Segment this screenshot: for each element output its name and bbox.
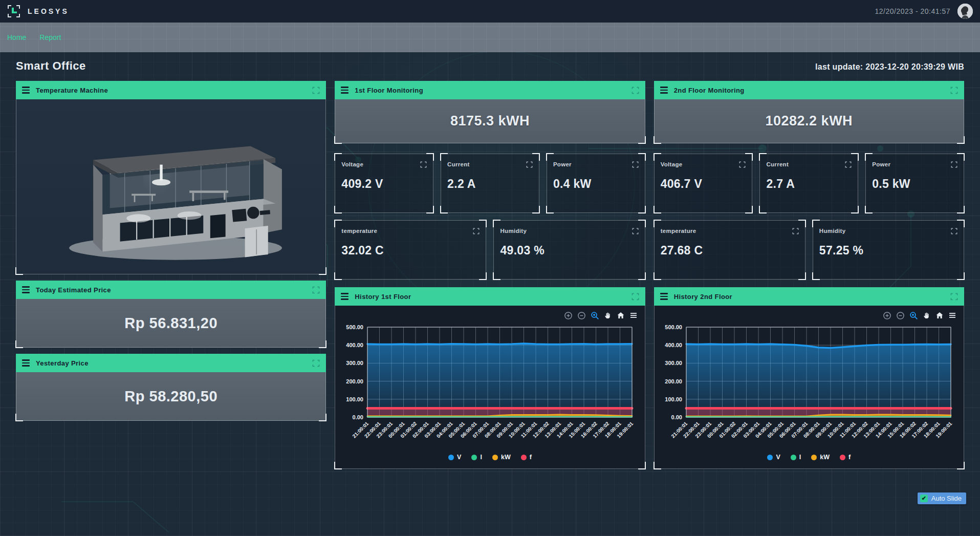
stat-label: Current	[447, 161, 470, 167]
user-avatar[interactable]	[957, 4, 973, 19]
svg-text:400.00: 400.00	[665, 342, 683, 348]
legend-dot	[791, 455, 796, 460]
legend-item-kW[interactable]: kW	[492, 454, 511, 461]
fullscreen-icon[interactable]	[845, 161, 852, 168]
chart-toolbar	[660, 309, 959, 322]
panel-history-second-floor: History 2nd Floor 0.00100.00200.00300	[654, 287, 964, 469]
fullscreen-icon[interactable]	[792, 228, 799, 234]
selection-zoom-icon[interactable]	[591, 311, 599, 320]
stat-value: 409.2 V	[341, 177, 427, 191]
legend-item-kW[interactable]: kW	[811, 454, 830, 461]
panel-title: 1st Floor Monitoring	[355, 87, 423, 94]
stat-card-voltage: Voltage 409.2 V	[335, 154, 433, 213]
column-first-floor: 1st Floor Monitoring 8175.3 kWH Voltage …	[335, 81, 645, 469]
selection-zoom-icon[interactable]	[909, 311, 918, 320]
fullscreen-icon[interactable]	[631, 293, 639, 301]
svg-text:100.00: 100.00	[665, 396, 683, 402]
column-left: Temperature Machine	[16, 81, 326, 421]
legend-item-I[interactable]: I	[791, 454, 801, 461]
drag-handle-icon[interactable]	[660, 293, 668, 300]
leosys-logo-icon	[7, 5, 20, 18]
auto-slide-toggle[interactable]: ✔ Auto Slide	[918, 492, 966, 504]
fullscreen-icon[interactable]	[950, 87, 958, 94]
drag-handle-icon[interactable]	[22, 87, 30, 94]
home-icon[interactable]	[935, 311, 944, 319]
chart-menu-icon[interactable]	[948, 311, 956, 319]
stat-label: Voltage	[661, 161, 683, 167]
panel-temperature-machine: Temperature Machine	[16, 81, 326, 274]
drag-handle-icon[interactable]	[22, 359, 30, 367]
drag-handle-icon[interactable]	[660, 87, 668, 94]
stat-label: Humidity	[500, 228, 527, 234]
stat-value: 0.5 kW	[872, 177, 957, 191]
column-second-floor: 2nd Floor Monitoring 10282.2 kWH Voltage…	[654, 81, 964, 469]
svg-text:400.00: 400.00	[346, 342, 363, 348]
main-navigation: Home Report	[0, 23, 980, 52]
zoom-in-icon[interactable]	[883, 311, 891, 320]
chart-toolbar	[340, 309, 639, 322]
nav-item-report[interactable]: Report	[39, 33, 61, 41]
stat-card-power: Power 0.5 kW	[865, 154, 964, 213]
panel-yesterday-price: Yesterday Price Rp 58.280,50	[16, 354, 326, 421]
drag-handle-icon[interactable]	[341, 293, 349, 300]
fullscreen-icon[interactable]	[632, 161, 639, 168]
fullscreen-icon[interactable]	[473, 228, 480, 234]
stat-card-temperature: temperature 27.68 C	[654, 220, 805, 280]
drag-handle-icon[interactable]	[341, 87, 349, 94]
stat-value: 32.02 C	[341, 244, 480, 258]
drag-handle-icon[interactable]	[22, 286, 30, 293]
fullscreen-icon[interactable]	[312, 286, 320, 294]
pan-icon[interactable]	[604, 311, 612, 319]
chart-menu-icon[interactable]	[629, 311, 638, 319]
legend-dot	[767, 455, 773, 460]
home-icon[interactable]	[617, 311, 625, 319]
history-second-floor-chart[interactable]: 0.00100.00200.00300.00400.00500.0021:00:…	[662, 322, 956, 451]
svg-text:200.00: 200.00	[665, 378, 683, 384]
legend-item-V[interactable]: V	[448, 454, 461, 461]
zoom-out-icon[interactable]	[577, 311, 586, 320]
legend-dot	[840, 455, 845, 460]
auto-slide-checkbox[interactable]: ✔	[920, 495, 928, 502]
panel-title: History 1st Floor	[355, 293, 411, 301]
panel-today-price: Today Estimated Price Rp 56.831,20	[16, 281, 326, 348]
zoom-in-icon[interactable]	[564, 311, 573, 320]
fullscreen-icon[interactable]	[632, 228, 639, 234]
legend-label: V	[457, 454, 461, 461]
panel-title: History 2nd Floor	[674, 293, 732, 301]
fullscreen-icon[interactable]	[951, 161, 957, 168]
fullscreen-icon[interactable]	[420, 161, 427, 168]
stat-value: 49.03 %	[500, 244, 638, 258]
panel-title: Yesterday Price	[36, 359, 89, 367]
fullscreen-icon[interactable]	[312, 87, 320, 94]
fullscreen-icon[interactable]	[951, 228, 957, 234]
fullscreen-icon[interactable]	[312, 359, 320, 367]
page-title: Smart Office	[16, 59, 86, 73]
zoom-out-icon[interactable]	[896, 311, 905, 320]
dashboard-main: Smart Office last update: 2023-12-20 20:…	[0, 52, 980, 469]
legend-label: kW	[820, 454, 830, 461]
fullscreen-icon[interactable]	[739, 161, 746, 168]
legend-label: V	[776, 454, 780, 461]
stat-label: Power	[553, 161, 572, 167]
stat-label: Humidity	[819, 228, 846, 234]
legend-dot	[448, 455, 454, 460]
stat-card-humidity: Humidity 57.25 %	[813, 220, 964, 280]
current-datetime: 12/20/2023 - 20:41:57	[875, 7, 950, 15]
legend-item-f[interactable]: f	[840, 454, 851, 461]
auto-slide-label: Auto Slide	[931, 495, 962, 502]
stat-label: Current	[766, 161, 789, 167]
legend-item-I[interactable]: I	[471, 454, 482, 461]
stat-value: 57.25 %	[819, 244, 957, 258]
stat-value: 2.7 A	[766, 177, 852, 191]
legend-item-f[interactable]: f	[521, 454, 532, 461]
fullscreen-icon[interactable]	[631, 87, 639, 94]
pan-icon[interactable]	[923, 311, 931, 319]
legend-item-V[interactable]: V	[767, 454, 780, 461]
fullscreen-icon[interactable]	[526, 161, 533, 168]
panel-history-first-floor: History 1st Floor 0.00100.00200.00300	[335, 287, 645, 469]
panel-title: Temperature Machine	[36, 87, 108, 94]
energy-total-value: 10282.2 kWH	[766, 113, 853, 129]
fullscreen-icon[interactable]	[950, 293, 958, 301]
nav-item-home[interactable]: Home	[7, 33, 26, 41]
history-first-floor-chart[interactable]: 0.00100.00200.00300.00400.00500.0021:00:…	[343, 322, 637, 451]
